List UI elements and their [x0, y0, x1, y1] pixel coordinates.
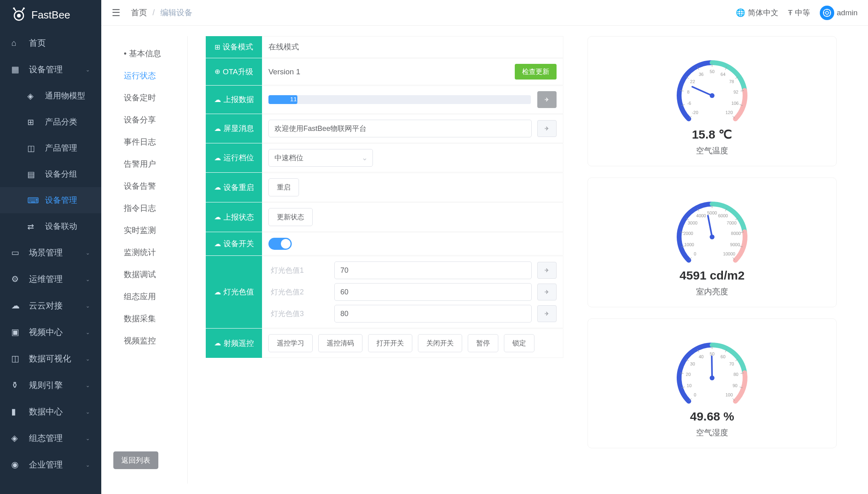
- sidebar-item-2[interactable]: ▭场景管理⌄: [0, 239, 101, 266]
- link-icon: ⇄: [27, 222, 38, 231]
- label-report-status: ☁上报状态: [206, 202, 262, 232]
- subtab-7[interactable]: 指令日志: [113, 197, 187, 219]
- user-menu[interactable]: admin: [820, 6, 858, 20]
- svg-text:-20: -20: [692, 110, 698, 115]
- subtab-5[interactable]: 告警用户: [113, 153, 187, 175]
- sidebar-item-7[interactable]: ⚱规则引擎⌄: [0, 372, 101, 398]
- svg-text:120: 120: [725, 110, 733, 115]
- subtab-6[interactable]: 设备告警: [113, 175, 187, 197]
- sidebar-subitem-1-5[interactable]: ⇄设备联动: [0, 213, 101, 239]
- gauge-title-1: 室内亮度: [696, 286, 728, 297]
- color-send-2[interactable]: ✈: [537, 305, 557, 322]
- rf-button-4[interactable]: 暂停: [468, 334, 498, 352]
- avatar-icon: [820, 6, 834, 20]
- svg-text:22: 22: [690, 79, 695, 84]
- svg-point-35: [710, 93, 714, 98]
- chevron-down-icon: ⌄: [86, 382, 90, 388]
- svg-line-82: [712, 356, 712, 378]
- grid-icon: ⊞: [215, 43, 220, 51]
- sidebar-item-10[interactable]: ◉企业管理⌄: [0, 451, 101, 478]
- device-switch[interactable]: [268, 238, 292, 250]
- display-msg-input[interactable]: [268, 120, 532, 137]
- subtab-8[interactable]: 实时监测: [113, 219, 187, 241]
- svg-text:60: 60: [721, 354, 725, 359]
- rf-button-1[interactable]: 遥控清码: [318, 334, 362, 352]
- hamburger-icon[interactable]: ☰: [112, 7, 121, 18]
- color-send-1[interactable]: ✈: [537, 284, 557, 300]
- color-input-0[interactable]: [334, 261, 532, 279]
- subtab-3[interactable]: 设备分享: [113, 109, 187, 131]
- sidebar-item-1[interactable]: ▦设备管理⌄: [0, 56, 101, 83]
- sidebar-item-3[interactable]: ⚙运维管理⌄: [0, 266, 101, 292]
- sidebar-subitem-1-1[interactable]: ⊞产品分类: [0, 109, 101, 135]
- report-progress[interactable]: 11: [268, 95, 531, 104]
- svg-point-7: [826, 11, 829, 14]
- gauge-icon: ☁: [214, 154, 221, 162]
- svg-point-1: [17, 14, 21, 18]
- font-size-switch[interactable]: Ŧ中等: [788, 8, 811, 18]
- label-rf: ☁射频遥控: [206, 329, 262, 358]
- subtab-10[interactable]: 数据调试: [113, 263, 187, 286]
- subtab-4[interactable]: 事件日志: [113, 131, 187, 153]
- logo[interactable]: FastBee: [0, 0, 101, 30]
- palette-icon: ☁: [214, 288, 221, 296]
- subtab-12[interactable]: 数据采集: [113, 308, 187, 330]
- rf-button-0[interactable]: 遥控学习: [268, 334, 313, 352]
- sidebar-item-5[interactable]: ▣视频中心⌄: [0, 319, 101, 345]
- paper-plane-icon: ✈: [545, 96, 549, 103]
- brand-text: FastBee: [31, 9, 70, 21]
- svg-line-34: [692, 87, 712, 96]
- cloud-icon: ☁: [214, 96, 221, 104]
- lang-switch[interactable]: 🌐简体中文: [736, 8, 778, 18]
- rf-button-2[interactable]: 打开开关: [368, 334, 412, 352]
- text-size-icon: Ŧ: [788, 8, 793, 17]
- subtab-9[interactable]: 监测统计: [113, 241, 187, 263]
- check-update-button[interactable]: 检查更新: [515, 64, 557, 80]
- subtab-1[interactable]: 运行状态: [113, 65, 187, 87]
- chart-icon: ▮: [11, 407, 22, 416]
- send-report-button[interactable]: ✈: [537, 91, 557, 108]
- sidebar-item-4[interactable]: ☁云云对接⌄: [0, 292, 101, 319]
- reboot-button[interactable]: 重启: [268, 178, 299, 196]
- sidebar-subitem-1-2[interactable]: ◫产品管理: [0, 135, 101, 161]
- ent-icon: ◉: [11, 460, 22, 470]
- power-icon: ☁: [214, 183, 221, 192]
- subtab-13[interactable]: 视频监控: [113, 330, 187, 352]
- svg-text:70: 70: [729, 361, 734, 366]
- sidebar-subitem-1-4[interactable]: ⌨设备管理: [0, 187, 101, 213]
- run-level-select[interactable]: 中速档位: [268, 149, 373, 167]
- org-icon: ◈: [11, 433, 22, 443]
- svg-text:5000: 5000: [707, 210, 717, 215]
- rf-button-5[interactable]: 锁定: [504, 334, 534, 352]
- paper-plane-icon: ✈: [545, 310, 549, 317]
- svg-text:8: 8: [687, 90, 690, 94]
- sidebar-item-6[interactable]: ◫数据可视化⌄: [0, 345, 101, 372]
- update-status-button[interactable]: 更新状态: [268, 208, 313, 226]
- chevron-down-icon: ⌄: [86, 276, 90, 282]
- breadcrumb-home[interactable]: 首页: [131, 8, 147, 17]
- svg-text:50: 50: [710, 69, 714, 74]
- rf-button-3[interactable]: 关闭开关: [418, 334, 462, 352]
- color-input-1[interactable]: [334, 283, 532, 301]
- svg-text:92: 92: [733, 90, 738, 94]
- send-msg-button[interactable]: ✈: [537, 120, 557, 137]
- sidebar-item-8[interactable]: ▮数据中心⌄: [0, 398, 101, 425]
- video-icon: ▣: [11, 327, 22, 337]
- sidebar-subitem-1-3[interactable]: ▤设备分组: [0, 161, 101, 187]
- back-button[interactable]: 返回列表: [113, 451, 158, 469]
- color-send-0[interactable]: ✈: [537, 262, 557, 279]
- eye-icon: ☁: [214, 125, 221, 133]
- svg-text:0: 0: [694, 251, 696, 256]
- label-display-msg: ☁屏显消息: [206, 114, 262, 143]
- subtab-2[interactable]: 设备定时: [113, 87, 187, 109]
- paper-plane-icon: ✈: [545, 267, 549, 274]
- sidebar-item-0[interactable]: ⌂首页: [0, 30, 101, 56]
- gauge-card-0: -20-68223650647892106120 15.8 ℃空气温度: [588, 36, 837, 166]
- color-input-2[interactable]: [334, 305, 532, 323]
- sidebar-item-9[interactable]: ◈组态管理⌄: [0, 425, 101, 451]
- gauge-1: 0100020003000400050006000700080009000100…: [664, 191, 760, 267]
- sidebar-subitem-1-0[interactable]: ◈通用物模型: [0, 83, 101, 109]
- subtab-11[interactable]: 组态应用: [113, 286, 187, 308]
- subtab-0[interactable]: 基本信息: [113, 43, 187, 65]
- label-ota: ⊕OTA升级: [206, 58, 262, 85]
